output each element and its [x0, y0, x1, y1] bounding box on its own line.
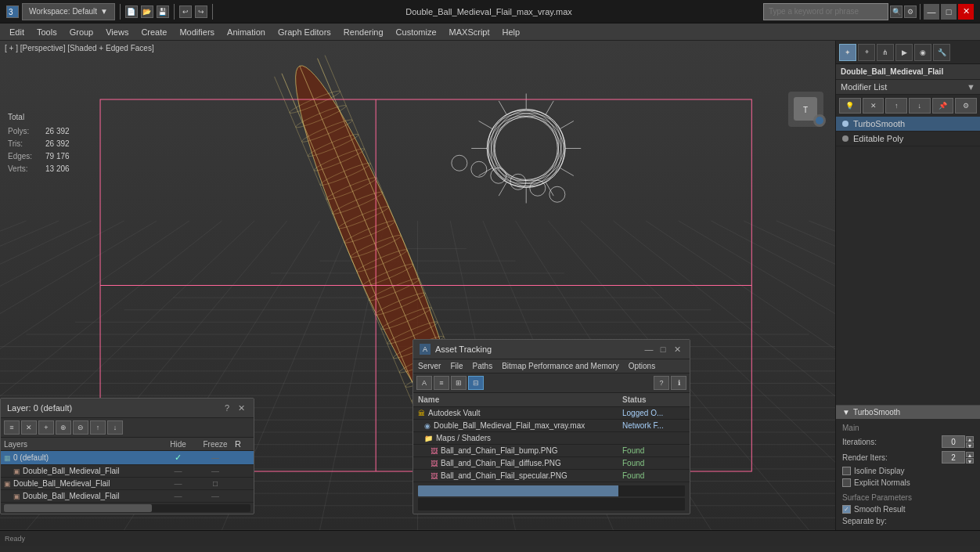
menu-graph-editors[interactable]: Graph Editors — [272, 26, 337, 38]
ap-menu-server[interactable]: Server — [418, 361, 441, 371]
ap-menu-paths[interactable]: Paths — [473, 361, 493, 371]
layer-row-0[interactable]: ▦ 0 (default) ✓ — — [1, 451, 254, 465]
redo-btn[interactable]: ↪ — [195, 5, 207, 18]
menu-group[interactable]: Group — [63, 26, 100, 38]
lp-tool-layers[interactable]: ≡ — [4, 420, 20, 435]
ts-main-label: Main — [842, 422, 974, 434]
rp-icon-create[interactable]: ✦ — [839, 44, 856, 61]
save-file-btn[interactable]: 💾 — [157, 5, 169, 18]
lp-tool-2[interactable]: ⊖ — [73, 420, 88, 435]
rp-icon-motion[interactable]: ▶ — [895, 44, 913, 61]
rp-icon-hierarchy[interactable]: ⋔ — [877, 44, 894, 61]
app-logo[interactable]: 3 — [6, 5, 19, 18]
ts-smooth-result-checkbox[interactable]: ✓ — [842, 505, 851, 514]
obj-name-1: Double_Ball_Medieval_Flail — [23, 467, 119, 475]
asset-panel-header[interactable]: A Asset Tracking — □ ✕ — [413, 340, 690, 359]
turbosmooth-header[interactable]: ▼ TurboSmooth — [836, 406, 980, 419]
menu-rendering[interactable]: Rendering — [337, 26, 390, 38]
mod-btn-down[interactable]: ↓ — [909, 98, 931, 114]
menu-modifiers[interactable]: Modifiers — [173, 26, 221, 38]
ap-menu-options[interactable]: Options — [629, 361, 655, 371]
menu-tools[interactable]: Tools — [31, 26, 63, 38]
ts-iterations-input[interactable] — [942, 435, 965, 448]
layer-freeze-2: □ — [196, 479, 235, 488]
workspace-dropdown[interactable]: Workspace: Default ▼ — [22, 3, 115, 20]
ap-row-3[interactable]: 🖼 Ball_and_Chain_Flail_bump.PNG Found — [413, 445, 690, 457]
ap-tool-help[interactable]: ? — [654, 376, 669, 390]
layer-panel-header[interactable]: Layer: 0 (default) ? ✕ — [1, 399, 254, 418]
modifier-list-arrow[interactable]: ▼ — [967, 82, 975, 92]
menu-help[interactable]: Help — [496, 26, 527, 38]
layer-icon-0: ▦ — [4, 454, 11, 462]
ts-render-iters-down[interactable]: ▼ — [966, 458, 974, 464]
ap-tool-1[interactable]: A — [416, 376, 432, 390]
modifier-buttons: 💡 ✕ ↑ ↓ 📌 ⚙ — [836, 95, 980, 117]
rp-icon-display[interactable]: ◉ — [914, 44, 931, 61]
lp-tool-1[interactable]: ⊕ — [56, 420, 71, 435]
layer-panel-close[interactable]: ✕ — [235, 402, 247, 414]
ap-row-2[interactable]: 📁 Maps / Shaders — [413, 432, 690, 445]
ts-iterations-down[interactable]: ▼ — [966, 442, 974, 448]
lp-tool-add[interactable]: + — [38, 420, 54, 435]
ts-isoline-checkbox[interactable] — [842, 467, 851, 475]
obj-icon-3: ▣ — [13, 492, 20, 500]
search-input[interactable] — [763, 3, 888, 20]
search-btn[interactable]: 🔍 — [890, 5, 903, 18]
ap-row-1[interactable]: ◉ Double_Ball_Medieval_Flail_max_vray.ma… — [413, 420, 690, 432]
layer-panel-scrollbar[interactable] — [4, 504, 250, 512]
asset-panel-close[interactable]: ✕ — [671, 343, 683, 355]
mod-btn-up[interactable]: ↑ — [885, 98, 907, 114]
undo-btn[interactable]: ↩ — [179, 5, 192, 18]
ts-explicit-normals-checkbox[interactable] — [842, 478, 851, 487]
ap-row-5[interactable]: 🖼 Ball_and_Chain_Flail_specular.PNG Foun… — [413, 470, 690, 482]
layer-row-1[interactable]: ▣ Double_Ball_Medieval_Flail — — — [1, 465, 254, 478]
layer-row-2[interactable]: ▣ Double_Ball_Medieval_Flail — □ — [1, 478, 254, 490]
minimize-btn[interactable]: — — [924, 4, 939, 20]
ap-tool-4[interactable]: ⊟ — [468, 376, 484, 390]
layer-panel: Layer: 0 (default) ? ✕ ≡ ✕ + ⊕ ⊖ ↑ ↓ Lay… — [0, 398, 254, 514]
ap-row-4[interactable]: 🖼 Ball_and_Chain_Flail_diffuse.PNG Found — [413, 457, 690, 470]
rp-icon-modify[interactable]: ⌖ — [858, 44, 875, 61]
ts-smooth-result-row[interactable]: ✓ Smooth Result — [842, 503, 974, 515]
layer-panel-help[interactable]: ? — [221, 402, 233, 414]
settings-btn[interactable]: ⚙ — [904, 5, 917, 18]
ap-tool-info[interactable]: ℹ — [671, 376, 686, 390]
asset-panel-minimize[interactable]: — — [643, 343, 655, 355]
maximize-btn[interactable]: □ — [941, 4, 957, 20]
nav-cube[interactable]: T — [784, 88, 827, 131]
ts-render-iters-label: Render Iters: — [842, 453, 888, 462]
ap-menu-bitmap[interactable]: Bitmap Performance and Memory — [502, 361, 619, 371]
asset-panel-maximize[interactable]: □ — [657, 343, 669, 355]
open-file-btn[interactable]: 📂 — [141, 5, 153, 18]
menu-edit[interactable]: Edit — [3, 26, 31, 38]
ap-menu-file[interactable]: File — [450, 361, 463, 371]
menu-views[interactable]: Views — [99, 26, 135, 38]
rp-icon-utilities[interactable]: 🔧 — [933, 44, 950, 61]
lp-tool-3[interactable]: ↑ — [90, 420, 106, 435]
modifier-editablepoly[interactable]: Editable Poly — [836, 132, 980, 146]
ts-render-iters-input[interactable] — [942, 451, 965, 464]
mod-btn-cfg[interactable]: ⚙ — [955, 98, 977, 114]
lp-tool-delete[interactable]: ✕ — [21, 420, 37, 435]
ts-explicit-normals-row[interactable]: Explicit Normals — [842, 477, 974, 489]
menu-animation[interactable]: Animation — [221, 26, 272, 38]
ap-tool-3[interactable]: ⊞ — [451, 376, 467, 390]
layer-row-3[interactable]: ▣ Double_Ball_Medieval_Flail — — — [1, 490, 254, 503]
menu-customize[interactable]: Customize — [390, 26, 443, 38]
ap-row-0[interactable]: 🏛 Autodesk Vault Logged O... — [413, 407, 690, 420]
ts-isoline-row[interactable]: Isoline Display — [842, 465, 974, 477]
modifier-turbosmooth[interactable]: TurboSmooth — [836, 117, 980, 132]
menu-create[interactable]: Create — [135, 26, 173, 38]
ts-iterations-up[interactable]: ▲ — [966, 436, 974, 442]
close-btn[interactable]: ✕ — [958, 4, 974, 20]
mod-btn-pin[interactable]: 📌 — [932, 98, 954, 114]
mod-btn-delete[interactable]: ✕ — [863, 98, 885, 114]
obj-name-3: Double_Ball_Medieval_Flail — [23, 492, 119, 500]
ts-render-iters-up[interactable]: ▲ — [966, 452, 974, 457]
lp-tool-4[interactable]: ↓ — [107, 420, 123, 435]
viewport[interactable]: [ + ] [Perspective] [Shaded + Edged Face… — [0, 41, 835, 530]
menu-maxscript[interactable]: MAXScript — [443, 26, 496, 38]
new-file-btn[interactable]: 📄 — [125, 5, 138, 18]
ap-tool-2[interactable]: ≡ — [434, 376, 449, 390]
mod-btn-light[interactable]: 💡 — [839, 98, 861, 114]
